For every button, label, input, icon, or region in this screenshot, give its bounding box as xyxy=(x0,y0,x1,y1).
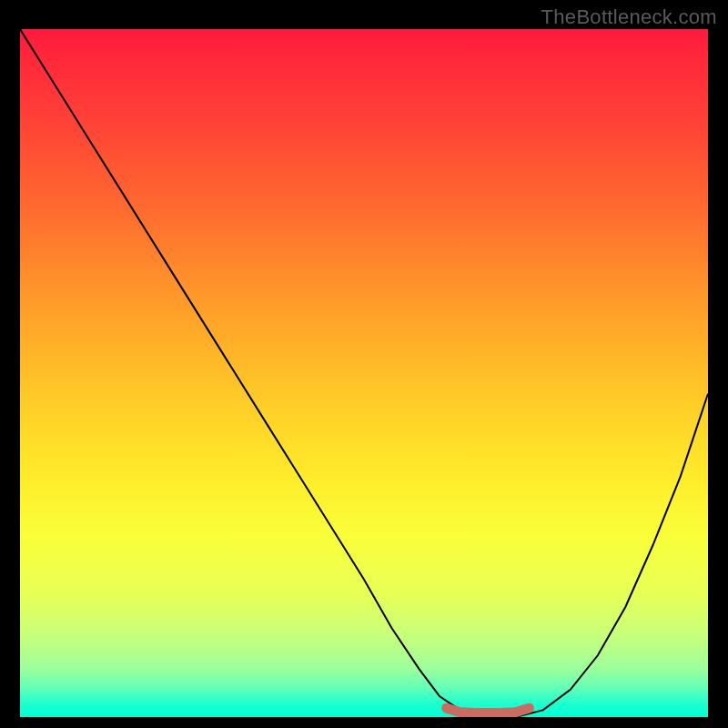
curve-layer-pixel xyxy=(20,29,708,717)
bottleneck-curve xyxy=(20,29,708,717)
optimal-marker xyxy=(447,708,530,713)
attribution-text: TheBottleneck.com xyxy=(541,5,717,29)
chart-container: TheBottleneck.com xyxy=(0,0,728,728)
